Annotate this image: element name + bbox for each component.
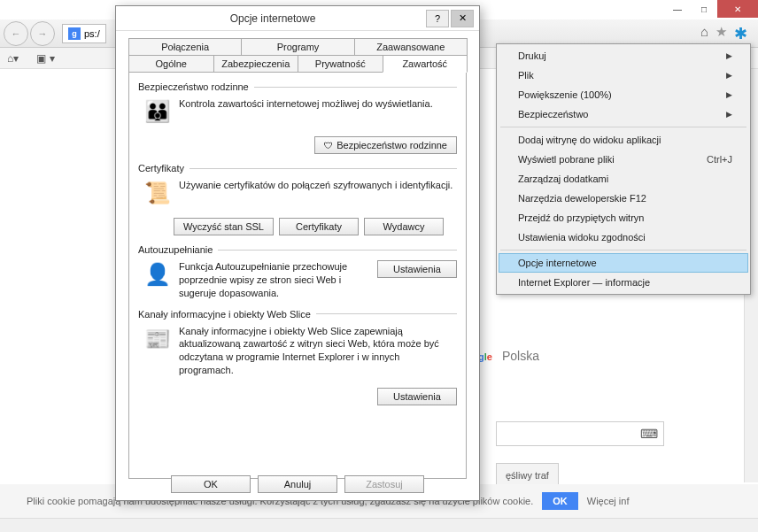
- horizontal-scrollbar[interactable]: [0, 518, 758, 532]
- url-text: ps:/: [84, 28, 100, 39]
- favorites-star-icon[interactable]: ★: [715, 24, 727, 43]
- publishers-button[interactable]: Wydawcy: [364, 218, 444, 235]
- keyboard-icon[interactable]: ⌨: [640, 427, 658, 441]
- feeds-settings-button[interactable]: Ustawienia: [377, 388, 457, 405]
- tools-menu: Drukuj▶ Plik▶ Powiększenie (100%)▶ Bezpi…: [496, 43, 751, 295]
- menu-safety[interactable]: Bezpieczeństwo▶: [499, 104, 748, 124]
- tools-gear-icon[interactable]: ✱: [734, 24, 747, 43]
- menu-zoom[interactable]: Powiększenie (100%)▶: [499, 85, 748, 104]
- menu-manage-addons[interactable]: Zarządzaj dodatkami: [499, 169, 748, 189]
- dialog-tabs: Połączenia Programy Zaawansowane Ogólne …: [116, 31, 479, 73]
- group-family-title: Bezpieczeństwo rodzinne: [138, 81, 457, 92]
- apply-button[interactable]: Zastosuj: [344, 475, 424, 493]
- dialog-titlebar: Opcje internetowe ? ✕: [116, 6, 479, 31]
- family-safety-icon: 👪: [143, 97, 172, 126]
- certificate-icon: 📜: [143, 179, 172, 207]
- tab-connections[interactable]: Połączenia: [128, 38, 242, 56]
- certificates-button[interactable]: Certyfikaty: [279, 218, 359, 235]
- menu-add-site[interactable]: Dodaj witrynę do widoku aplikacji: [499, 130, 748, 150]
- family-safety-button[interactable]: Bezpieczeństwo rodzinne: [314, 136, 457, 154]
- cookie-more-link[interactable]: Więcej inf: [587, 496, 630, 506]
- menu-view-downloads[interactable]: Wyświetl pobrane plikiCtrl+J: [499, 150, 748, 169]
- tab-content[interactable]: Zawartość: [383, 55, 468, 73]
- menu-file[interactable]: Plik▶: [499, 66, 748, 85]
- tab-general[interactable]: Ogólne: [128, 55, 214, 73]
- menu-print[interactable]: Drukuj▶: [499, 46, 748, 66]
- dialog-close-button[interactable]: ✕: [451, 10, 474, 27]
- cancel-button[interactable]: Anuluj: [258, 475, 337, 493]
- forward-button[interactable]: →: [30, 21, 55, 46]
- group-autocomplete-title: Autouzupełnianie: [138, 244, 457, 255]
- minimize-button[interactable]: —: [664, 0, 691, 18]
- maximize-button[interactable]: □: [691, 0, 717, 18]
- country-label: Polska: [502, 349, 539, 363]
- tab-privacy[interactable]: Prywatność: [298, 55, 383, 73]
- google-favicon-icon: g: [68, 27, 81, 40]
- address-bar[interactable]: g ps:/: [62, 24, 106, 43]
- tab-security[interactable]: Zabezpieczenia: [213, 55, 299, 73]
- menu-pinned-sites[interactable]: Przejdź do przypiętych witryn: [499, 208, 748, 227]
- feeds-text: Kanały informacyjne i obiekty Web Slice …: [179, 325, 457, 377]
- group-certs-title: Certyfikaty: [138, 163, 457, 173]
- search-input[interactable]: ⌨: [496, 421, 664, 446]
- back-button[interactable]: ←: [4, 21, 28, 46]
- certs-text: Używanie certyfikatów do połączeń szyfro…: [179, 179, 457, 192]
- autocomplete-icon: 👤: [143, 260, 172, 289]
- cookie-ok-button[interactable]: OK: [542, 492, 578, 510]
- menu-separator: [500, 127, 746, 127]
- menu-compat-view[interactable]: Ustawienia widoku zgodności: [499, 227, 748, 247]
- family-safety-text: Kontrola zawartości internetowej możliwe…: [179, 97, 457, 111]
- internet-options-dialog: Opcje internetowe ? ✕ Połączenia Program…: [115, 5, 480, 501]
- home-dropdown-icon[interactable]: ⌂▾: [7, 52, 19, 65]
- tab-content-panel: Bezpieczeństwo rodzinne 👪 Kontrola zawar…: [128, 72, 467, 479]
- menu-about-ie[interactable]: Internet Explorer — informacje: [499, 273, 748, 292]
- close-window-button[interactable]: ✕: [717, 0, 758, 18]
- dialog-help-button[interactable]: ?: [426, 10, 449, 27]
- autocomplete-text: Funkcja Autouzupełnianie przechowuje pop…: [179, 260, 370, 300]
- dialog-title: Opcje internetowe: [121, 12, 424, 25]
- menu-separator: [500, 250, 746, 251]
- google-logo: gle Polska: [478, 321, 539, 370]
- tab-programs[interactable]: Programy: [241, 38, 354, 56]
- tab-advanced[interactable]: Zaawansowane: [354, 38, 468, 56]
- rss-dropdown-icon[interactable]: ▣ ▾: [36, 52, 54, 65]
- autocomplete-settings-button[interactable]: Ustawienia: [377, 260, 457, 278]
- window-controls: — □ ✕: [652, 0, 758, 19]
- ok-button[interactable]: OK: [171, 475, 251, 493]
- feeds-icon: 📰: [143, 325, 172, 353]
- clear-ssl-button[interactable]: Wyczyść stan SSL: [174, 218, 274, 235]
- group-feeds-title: Kanały informacyjne i obiekty Web Slice: [138, 309, 457, 320]
- dialog-button-row: OK Anuluj Zastosuj: [116, 475, 479, 493]
- home-icon[interactable]: ⌂: [700, 24, 708, 43]
- menu-internet-options[interactable]: Opcje internetowe: [499, 253, 748, 273]
- menu-f12-tools[interactable]: Narzędzia deweloperskie F12: [499, 189, 748, 208]
